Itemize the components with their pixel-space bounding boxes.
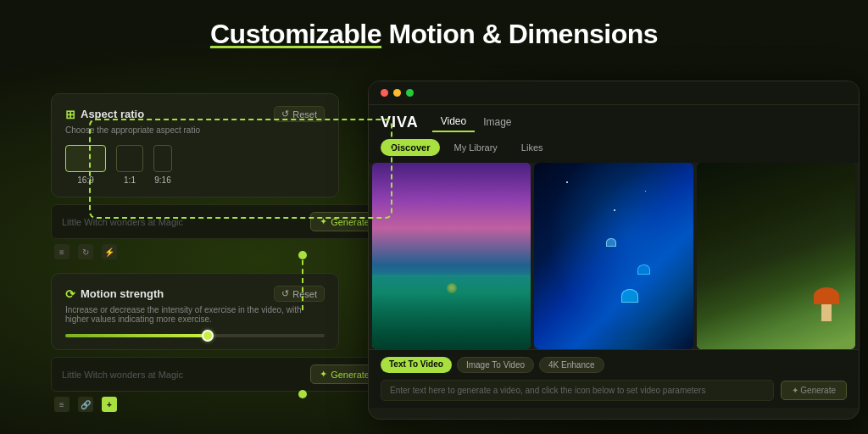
toolbar-equalizer-icon[interactable]: ≡ [54, 244, 70, 259]
viva-text-input[interactable]: Enter text here to generate a video, and… [381, 380, 774, 401]
viva-logo: VIVA [381, 114, 419, 131]
motion-card-header: ⟳ Motion strength ↺ Reset [65, 286, 325, 302]
input-bar-1: Little Witch wonders at Magic ✦ Generate [51, 204, 390, 239]
viva-panel: VIVA Video Image Discover My Library Lik… [368, 81, 860, 420]
viva-tabs: Discover My Library Likes [369, 132, 859, 163]
left-section: ⊞ Aspect ratio ↺ Reset Choose the approp… [51, 93, 390, 412]
gallery-item-2 [534, 163, 693, 349]
pill-text-to-video[interactable]: Text To Video [381, 357, 452, 373]
aspect-card-title-row: ⊞ Aspect ratio [65, 108, 144, 121]
aspect-item-16-9[interactable]: 16:9 [65, 145, 106, 185]
mushroom-cap [814, 287, 839, 304]
aspect-box-16-9[interactable] [65, 145, 106, 172]
jellyfish3 [606, 238, 616, 247]
slider-track[interactable] [65, 334, 325, 337]
aspect-card-header: ⊞ Aspect ratio ↺ Reset [65, 106, 325, 122]
toolbar2-equalizer-icon[interactable]: ≡ [54, 397, 70, 412]
aspect-box-9-16[interactable] [153, 145, 172, 172]
action-pills: Text To Video Image To Video 4K Enhance [381, 357, 847, 373]
viva-nav-video[interactable]: Video [432, 112, 475, 132]
galaxy-glow [534, 163, 693, 349]
jellyfish1 [621, 289, 638, 303]
aspect-label-1-1: 1:1 [124, 175, 136, 185]
aspect-ratio-options: 16:9 1:1 9:16 [65, 145, 325, 185]
aspect-card-subtitle: Choose the appropriate aspect ratio [65, 125, 325, 135]
viva-navbar: VIVA Video Image [369, 105, 859, 132]
gallery-item-1 [372, 163, 531, 349]
generate-label-2: Generate [331, 370, 370, 380]
forest-bg [697, 163, 855, 349]
reset-icon: ↺ [281, 108, 289, 120]
titlebar-dot-close[interactable] [381, 89, 388, 97]
aspect-label-9-16: 9:16 [154, 175, 170, 185]
viva-tab-likes[interactable]: Likes [511, 139, 554, 156]
titlebar-dot-maximize[interactable] [406, 89, 414, 97]
slider-container [65, 334, 325, 337]
water-reflection [372, 275, 531, 349]
motion-card-title-row: ⟳ Motion strength [65, 287, 164, 301]
pill-4k-enhance[interactable]: 4K Enhance [539, 357, 604, 373]
motion-reset-icon: ↺ [281, 288, 289, 299]
motion-card-subtitle: Increase or decrease the intensity of ex… [65, 305, 325, 324]
slider-thumb[interactable] [202, 330, 214, 342]
page-title: Customizable Motion & Dimensions [0, 0, 868, 50]
motion-strength-card: ⟳ Motion strength ↺ Reset Increase or de… [51, 273, 339, 350]
pill-image-to-video[interactable]: Image To Video [457, 357, 534, 373]
gallery-item-3 [697, 163, 855, 349]
input-placeholder-1: Little Witch wonders at Magic [62, 217, 183, 227]
toolbar-row-1: ≡ ↻ ⚡ [51, 244, 390, 259]
viva-gen-icon: ✦ [792, 386, 798, 395]
star2 [614, 209, 615, 211]
viva-titlebar [369, 81, 859, 105]
viva-nav-image[interactable]: Image [475, 113, 520, 131]
star1 [566, 181, 568, 183]
mushroom [814, 287, 839, 321]
aspect-reset-button[interactable]: ↺ Reset [274, 106, 325, 122]
gallery [369, 163, 859, 349]
generate-label-1: Generate [331, 217, 370, 227]
aspect-icon: ⊞ [65, 108, 75, 121]
motion-reset-label: Reset [292, 289, 317, 299]
viva-gen-label: Generate [800, 386, 836, 395]
aspect-item-1-1[interactable]: 1:1 [116, 145, 143, 185]
input-bar-2: Little Witch wonders at Magic ✦ Generate [51, 357, 390, 392]
jellyfish2 [637, 264, 650, 275]
viva-tab-discover[interactable]: Discover [381, 139, 440, 156]
viva-bottom-bar: Text To Video Image To Video 4K Enhance … [369, 349, 859, 408]
slider-fill [65, 334, 208, 337]
motion-card-title: Motion strength [81, 287, 164, 300]
toolbar-row-2: ≡ 🔗 + [51, 397, 390, 412]
aspect-box-1-1[interactable] [116, 145, 143, 172]
generate-icon-2: ✦ [320, 369, 327, 380]
aspect-item-9-16[interactable]: 9:16 [153, 145, 172, 185]
page-content: Customizable Motion & Dimensions ⊞ Aspec… [0, 0, 868, 434]
dot-connector-top [298, 251, 307, 259]
title-rest: Motion & Dimensions [381, 19, 658, 49]
title-word-customizable: Customizable [210, 19, 381, 49]
toolbar-lightning-icon[interactable]: ⚡ [102, 244, 117, 259]
toolbar-refresh-icon[interactable]: ↻ [78, 244, 93, 259]
motion-reset-button[interactable]: ↺ Reset [274, 286, 325, 302]
motion-icon: ⟳ [65, 287, 75, 301]
toolbar2-link-icon[interactable]: 🔗 [78, 397, 93, 412]
aspect-reset-label: Reset [292, 109, 317, 120]
aspect-label-16-9: 16:9 [77, 175, 93, 185]
input-placeholder-2: Little Witch wonders at Magic [62, 370, 183, 380]
toolbar2-plus-icon[interactable]: + [102, 397, 117, 412]
titlebar-dot-minimize[interactable] [393, 89, 401, 97]
aspect-card-title: Aspect ratio [81, 108, 144, 120]
viva-tab-library[interactable]: My Library [443, 139, 507, 156]
aspect-ratio-card: ⊞ Aspect ratio ↺ Reset Choose the approp… [51, 93, 339, 198]
dot-connector-bottom [298, 390, 307, 398]
viva-input-row: Enter text here to generate a video, and… [381, 380, 847, 401]
generate-icon-1: ✦ [320, 216, 327, 227]
viva-generate-button[interactable]: ✦ Generate [781, 381, 847, 400]
mushroom-stem [821, 304, 832, 321]
